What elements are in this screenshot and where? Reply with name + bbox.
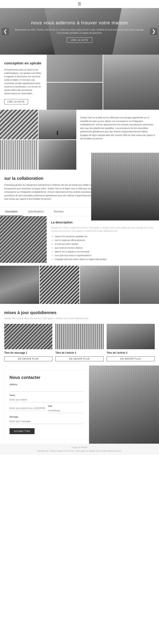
tab-specifications[interactable]: Spécifications bbox=[23, 208, 49, 216]
list-item: laboris nisi ut aliquip ex ea commodo bbox=[55, 250, 155, 254]
hero-section: nous vous aiderons à trouver votre maiso… bbox=[0, 8, 159, 55]
date-label: Date bbox=[48, 405, 84, 407]
contact-title: Nous contacter bbox=[10, 375, 84, 380]
hamburger-menu[interactable]: ☰ bbox=[0, 0, 159, 8]
article-card-1: Titre du message 1 EN SAVOIR PLUS bbox=[4, 324, 52, 361]
tab-description[interactable]: Description bbox=[0, 208, 23, 216]
name-input[interactable] bbox=[10, 397, 84, 402]
article-title-2: Titre de l'article 2 bbox=[55, 351, 103, 354]
article-card-2: Titre de l'article 2 EN SAVOIR PLUS bbox=[55, 324, 103, 361]
arch-body: Gardez l'œil sur la balle tout en effect… bbox=[80, 116, 155, 140]
article-cta-3[interactable]: EN SAVOIR PLUS bbox=[107, 356, 155, 361]
arch-images bbox=[0, 110, 76, 170]
gallery-image-4 bbox=[120, 266, 159, 304]
articles-row: Titre du message 1 EN SAVOIR PLUS Titre … bbox=[4, 324, 155, 361]
arch-image-2 bbox=[39, 110, 77, 139]
spiral-image-3 bbox=[47, 82, 103, 110]
tab-content: La description Sample text. Click to sel… bbox=[0, 216, 159, 266]
arch-image-1 bbox=[0, 110, 38, 139]
name-label: Name bbox=[10, 394, 84, 396]
spiral-body: Omniprésentes dans la nature et les math… bbox=[4, 68, 42, 95]
spiral-section: conception en spirale Omniprésentes dans… bbox=[0, 55, 159, 110]
spiral-image-2 bbox=[47, 55, 103, 82]
tab-reviews[interactable]: Reviews bbox=[49, 208, 68, 216]
article-cta-1[interactable]: EN SAVOIR PLUS bbox=[4, 356, 52, 361]
list-item: ut enim ad minim veniam bbox=[55, 242, 155, 246]
hero-title: nous vous aiderons à trouver votre maiso… bbox=[13, 20, 146, 26]
date-input[interactable] bbox=[48, 408, 84, 413]
spiral-text: conception en spirale Omniprésentes dans… bbox=[0, 55, 47, 110]
article-title-1: Titre du message 1 bbox=[4, 351, 52, 354]
tab-image bbox=[0, 216, 47, 263]
gallery-row bbox=[0, 266, 159, 304]
updates-sample-text: Sample text. Click to select the text bo… bbox=[4, 317, 155, 320]
updates-title: mises à jour quotidiennes bbox=[4, 310, 155, 315]
spiral-cta-button[interactable]: LIRE LA SUITE bbox=[4, 99, 28, 104]
gallery-image-2 bbox=[40, 266, 79, 304]
hero-prev-button[interactable]: ❮ bbox=[2, 28, 9, 35]
spiral-images bbox=[47, 55, 159, 110]
address-label: Address bbox=[10, 383, 84, 386]
message-input[interactable] bbox=[10, 419, 84, 424]
tab-list: saeeur sint accaecat cupidatat non sunt … bbox=[51, 235, 155, 261]
contact-background-image bbox=[89, 366, 159, 444]
contact-section: Nous contacter Address Name Date Message… bbox=[0, 366, 159, 444]
list-item: sunt in culpa qui officia deserunt bbox=[55, 238, 155, 242]
gallery-image-3 bbox=[80, 266, 119, 304]
article-cta-2[interactable]: EN SAVOIR PLUS bbox=[55, 356, 103, 361]
hero-subtitle: Étant donné ces défis, Partners alerted … bbox=[13, 28, 146, 34]
tab-sample-text: Sample text. Click to select the text bo… bbox=[51, 226, 155, 232]
list-item: irure aute irure dolor in reprehenderit … bbox=[55, 254, 155, 258]
article-image-2 bbox=[55, 324, 103, 349]
submit-button[interactable]: SOUMETTRE bbox=[10, 428, 35, 434]
message-label: Message bbox=[10, 416, 84, 418]
article-image-3 bbox=[107, 324, 155, 349]
footer-sample-text: Sample text. Click to select the text bo… bbox=[4, 450, 155, 452]
list-item: saeeur sint accaecat cupidatat non bbox=[55, 235, 155, 238]
collab-wrapper: sur la collaboration Podcasting gestion … bbox=[0, 170, 159, 207]
collab-tall-image bbox=[91, 153, 159, 220]
footer-label: Image de freepik bbox=[4, 446, 155, 448]
hero-cta-button[interactable]: LIRE LA SUITE bbox=[67, 38, 92, 43]
article-title-3: Titre de l'article 3 bbox=[107, 351, 155, 354]
arch-image-4 bbox=[39, 140, 77, 170]
hero-content: nous vous aiderons à trouver votre maiso… bbox=[0, 20, 159, 43]
phone-input[interactable] bbox=[10, 406, 45, 411]
tab-description-title: La description bbox=[51, 220, 155, 224]
hero-next-button[interactable]: ❯ bbox=[150, 28, 157, 35]
updates-section: mises à jour quotidiennes Sample text. C… bbox=[0, 304, 159, 366]
list-item: voluptate velit esse cillum dolore eu fu… bbox=[55, 258, 155, 261]
spiral-title: conception en spirale bbox=[4, 61, 42, 66]
list-item: quis nostrud exercice ullamco bbox=[55, 246, 155, 250]
footer: Image de freepik Sample text. Click to s… bbox=[0, 444, 159, 455]
spiral-image-1 bbox=[103, 55, 159, 110]
contact-form: Nous contacter Address Name Date Message… bbox=[4, 370, 89, 440]
article-card-3: Titre de l'article 3 EN SAVOIR PLUS bbox=[107, 324, 155, 361]
hamburger-icon[interactable]: ☰ bbox=[78, 2, 81, 6]
address-input[interactable] bbox=[10, 386, 84, 392]
arch-image-3 bbox=[0, 140, 38, 170]
gallery-image-1 bbox=[0, 266, 39, 304]
article-image-1 bbox=[4, 324, 52, 349]
tab-description-content: La description Sample text. Click to sel… bbox=[47, 216, 159, 266]
